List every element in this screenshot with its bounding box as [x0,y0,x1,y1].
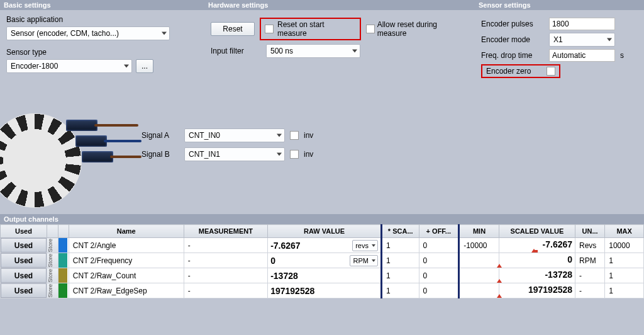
allow-reset-label: Allow reset during measure [377,20,469,38]
basic-application-select[interactable]: Sensor (encoder, CDM, tacho...) [6,26,170,40]
min-value: -10000 [460,240,499,251]
used-toggle[interactable]: Used [1,283,47,298]
signal-a-value: CNT_IN0 [189,131,220,140]
col-scale[interactable]: * SCA... [381,225,419,238]
encoder-mode-label: Encoder mode [481,35,544,44]
output-channels-table: Used Name MEASUREMENT RAW VALUE * SCA...… [0,224,644,298]
sensor-type-select[interactable]: Encoder-1800 [6,59,132,73]
sensor-type-more-button[interactable]: ... [136,59,153,73]
sensor-type-value: Encoder-1800 [11,62,58,71]
signal-a-inv-label: inv [304,131,313,140]
hardware-settings-header: Hardware settings [204,0,475,10]
signal-b-select[interactable]: CNT_IN1 [184,147,285,161]
max-value: 10000 [605,240,643,251]
channel-name: CNT 2/Angle [69,240,184,251]
store-label: Store [47,254,58,268]
reset-on-start-checkbox[interactable] [265,25,274,33]
max-value: 1 [605,255,643,266]
color-chip[interactable] [58,253,67,268]
unit-value: RPM [575,255,604,266]
min-value [460,275,499,277]
channel-name: CNT 2/Raw_Count [69,270,184,281]
encoder-zero-label: Encoder zero [486,67,543,76]
unit-value: - [575,270,604,281]
allow-reset-checkbox[interactable] [366,25,375,33]
output-channels-header: Output channels [0,214,644,224]
signal-a-select[interactable]: CNT_IN0 [184,128,285,142]
col-store[interactable] [47,225,58,238]
reset-button[interactable]: Reset [211,22,255,36]
table-row: Used Store CNT 2/Frequency - 0 RPM 1 0 0… [1,253,644,268]
raw-unit-select[interactable]: revs [352,240,378,251]
encoder-pulses-label: Encoder pulses [481,20,544,28]
used-toggle[interactable]: Used [1,253,47,268]
used-toggle[interactable]: Used [1,238,47,253]
encoder-pulses-input[interactable] [549,18,615,30]
signal-a-inv-checkbox[interactable] [290,131,299,140]
col-raw-value[interactable]: RAW VALUE [268,225,382,238]
freq-drop-unit: s [620,51,624,60]
input-filter-select[interactable]: 500 ns [266,44,360,58]
channel-name: CNT 2/Raw_EdgeSep [69,285,184,297]
scaled-value-cell: -7.6267 [499,238,575,253]
col-unit[interactable]: UN... [575,225,605,238]
raw-unit-select[interactable]: RPM [350,255,377,266]
encoder-zero-checkbox[interactable] [547,67,555,76]
min-value [460,290,499,292]
store-label: Store [47,239,58,253]
scale-value[interactable]: 1 [382,285,419,297]
reset-on-start-label: Reset on start measure [277,20,356,38]
channel-name: CNT 2/Frequency [69,255,184,266]
encoder-zero-highlight: Encoder zero [481,64,560,78]
offset-value[interactable]: 0 [419,255,458,266]
col-used[interactable]: Used [1,225,47,238]
offset-value[interactable]: 0 [419,270,458,281]
col-name[interactable]: Name [69,225,184,238]
scaled-value-cell: 0 [499,253,575,268]
store-label: Store [47,284,58,298]
signal-b-inv-checkbox[interactable] [290,150,299,159]
offset-value[interactable]: 0 [419,285,458,297]
basic-settings-header: Basic settings [0,0,204,10]
signal-a-label: Signal A [142,131,179,140]
sensor-settings-header: Sensor settings [475,0,644,10]
table-row: Used Store CNT 2/Angle - -7.6267 revs 1 … [1,238,644,253]
col-min[interactable]: MIN [459,225,499,238]
encoder-mode-value: X1 [553,35,563,44]
scale-value[interactable]: 1 [382,270,419,281]
measurement-value: - [184,255,268,266]
raw-value: 197192528 [270,286,314,296]
freq-drop-input[interactable] [549,49,615,62]
scaled-value-cell: -13728 [499,268,575,283]
basic-application-label: Basic application [6,15,198,24]
max-value: 1 [605,285,643,297]
basic-application-value: Sensor (encoder, CDM, tacho...) [11,29,119,38]
encoder-illustration [6,107,135,202]
table-row: Used Store CNT 2/Raw_Count - -13728 1 0 … [1,268,644,283]
col-color[interactable] [58,225,69,238]
raw-value: -7.6267 [270,241,300,251]
col-offset[interactable]: + OFF... [419,225,459,238]
col-max[interactable]: MAX [605,225,644,238]
color-chip[interactable] [58,238,67,253]
input-filter-label: Input filter [211,47,261,55]
measurement-value: - [184,240,268,251]
signal-b-label: Signal B [142,150,179,159]
min-value [460,259,499,262]
used-toggle[interactable]: Used [1,268,47,283]
col-scaled-value[interactable]: SCALED VALUE [499,225,575,238]
unit-value: - [575,285,604,297]
unit-value: Revs [575,240,604,251]
color-chip[interactable] [58,283,67,298]
reset-on-start-highlight: Reset on start measure [260,18,361,40]
scale-value[interactable]: 1 [382,240,419,251]
signal-b-inv-label: inv [304,150,313,159]
scaled-value-cell: 197192528 [499,283,575,298]
encoder-mode-select[interactable]: X1 [549,33,615,47]
offset-value[interactable]: 0 [419,240,458,251]
raw-value: -13728 [270,271,298,281]
store-label: Store [47,269,58,283]
col-measurement[interactable]: MEASUREMENT [184,225,268,238]
color-chip[interactable] [58,268,67,283]
scale-value[interactable]: 1 [382,255,419,266]
